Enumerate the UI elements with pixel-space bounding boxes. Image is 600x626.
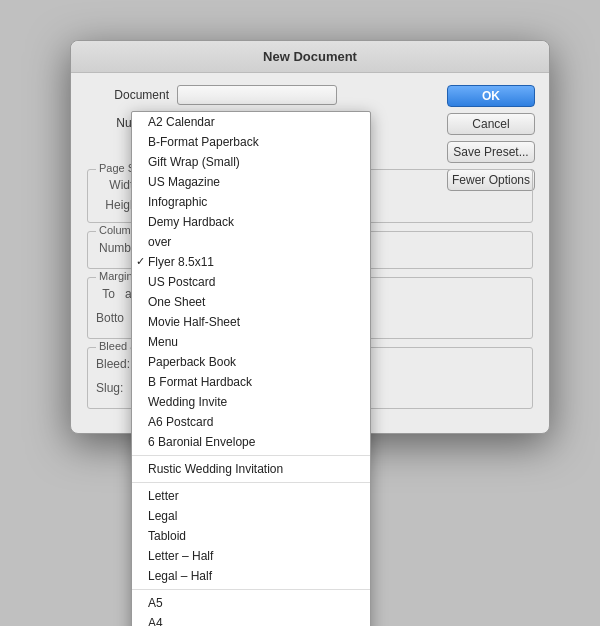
dropdown-item[interactable]: Gift Wrap (Small) (132, 152, 370, 172)
dropdown-item[interactable]: Flyer 8.5x11 (132, 252, 370, 272)
dropdown-item[interactable]: B Format Hardback (132, 372, 370, 392)
dropdown-item[interactable]: Rustic Wedding Invitation (132, 459, 370, 479)
preset-dropdown: A2 CalendarB-Format PaperbackGift Wrap (… (131, 111, 371, 626)
dropdown-item[interactable]: Demy Hardback (132, 212, 370, 232)
dropdown-item[interactable]: One Sheet (132, 292, 370, 312)
dropdown-item[interactable]: Paperback Book (132, 352, 370, 372)
dropdown-item[interactable]: Legal – Half (132, 566, 370, 586)
dropdown-item[interactable]: US Postcard (132, 272, 370, 292)
dropdown-divider (132, 455, 370, 456)
new-document-dialog: New Document OK Cancel Save Preset... Fe… (70, 40, 550, 434)
dropdown-item[interactable]: Wedding Invite (132, 392, 370, 412)
dropdown-item[interactable]: 6 Baronial Envelope (132, 432, 370, 452)
dialog-title: New Document (263, 49, 357, 64)
dropdown-item[interactable]: B-Format Paperback (132, 132, 370, 152)
dropdown-item[interactable]: Movie Half-Sheet (132, 312, 370, 332)
bottom-label: Botto (96, 311, 130, 325)
top-label: To (96, 287, 121, 301)
dropdown-divider (132, 482, 370, 483)
dropdown-item[interactable]: US Magazine (132, 172, 370, 192)
dropdown-item[interactable]: over (132, 232, 370, 252)
dropdown-item[interactable]: Letter – Half (132, 546, 370, 566)
dropdown-item[interactable]: Legal (132, 506, 370, 526)
dropdown-divider (132, 589, 370, 590)
document-type-select[interactable] (177, 85, 337, 105)
dialog-body: OK Cancel Save Preset... Fewer Options D… (71, 73, 549, 433)
dropdown-item[interactable]: Letter (132, 486, 370, 506)
save-preset-button[interactable]: Save Preset... (447, 141, 535, 163)
dropdown-item[interactable]: Tabloid (132, 526, 370, 546)
dropdown-item[interactable]: Infographic (132, 192, 370, 212)
document-type-label: Document (87, 88, 177, 102)
slug-field-label: Slug: (96, 381, 129, 395)
dropdown-item[interactable]: A2 Calendar (132, 112, 370, 132)
dropdown-item[interactable]: Menu (132, 332, 370, 352)
dropdown-item[interactable]: A6 Postcard (132, 412, 370, 432)
ok-button[interactable]: OK (447, 85, 535, 107)
dropdown-item[interactable]: A5 (132, 593, 370, 613)
dropdown-item[interactable]: A4 (132, 613, 370, 626)
dialog-titlebar: New Document (71, 41, 549, 73)
document-type-select-wrapper (177, 85, 337, 105)
cancel-button[interactable]: Cancel (447, 113, 535, 135)
